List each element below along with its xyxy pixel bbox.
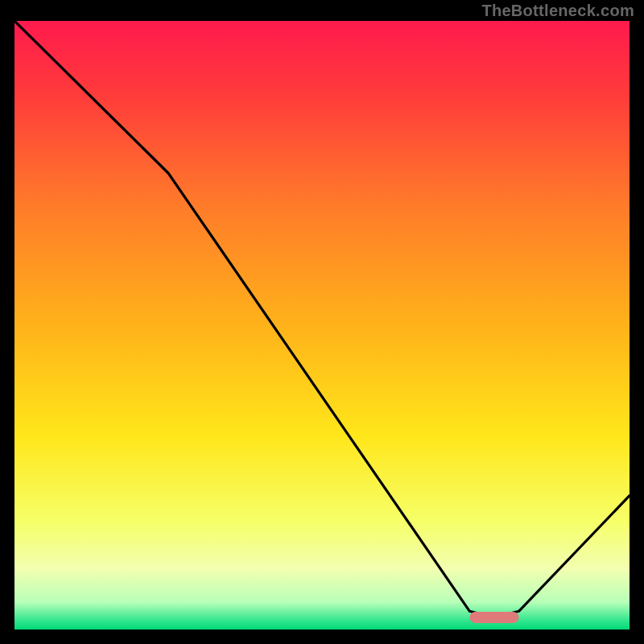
chart-frame <box>14 21 630 630</box>
watermark-text: TheBottleneck.com <box>481 2 634 20</box>
bottleneck-chart <box>14 21 630 630</box>
optimal-marker <box>469 612 518 623</box>
